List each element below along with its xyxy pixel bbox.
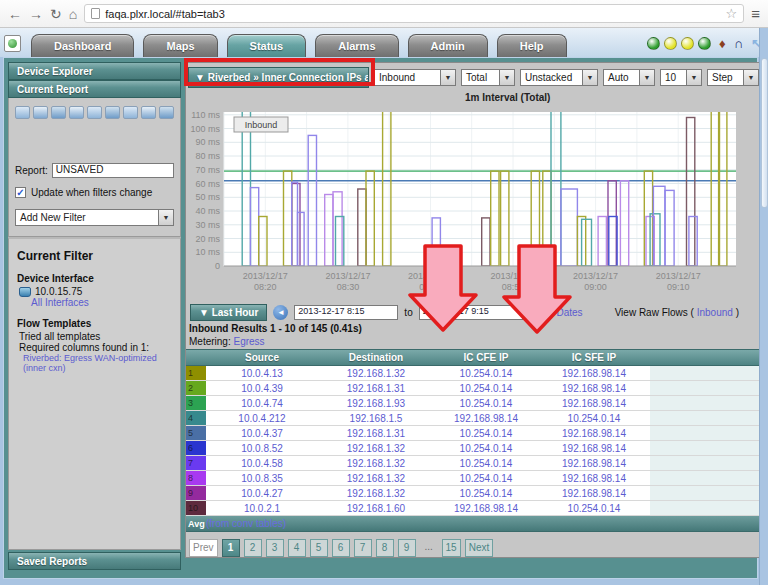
source-link[interactable]: 10.0.8.52 xyxy=(206,443,318,454)
cfe-ip-link[interactable]: 192.168.98.14 xyxy=(434,413,538,424)
page-button-7[interactable]: 7 xyxy=(354,539,372,557)
last-hour-button[interactable]: ▼ Last Hour xyxy=(190,304,267,321)
page-button-15[interactable]: 15 xyxy=(442,539,461,557)
select-dropdown-icon[interactable]: ▼ xyxy=(686,69,702,86)
prev-page-button[interactable]: Prev xyxy=(189,539,218,557)
flame-icon[interactable]: ♦ xyxy=(719,37,726,50)
trash-icon[interactable] xyxy=(105,106,120,119)
sfe-ip-link[interactable]: 192.168.98.14 xyxy=(538,398,650,409)
source-link[interactable]: 10.0.4.212 xyxy=(206,413,318,424)
save-icon[interactable] xyxy=(33,106,48,119)
browser-menu-icon[interactable]: ≡ xyxy=(751,5,760,22)
browser-scrollbar[interactable] xyxy=(759,28,768,585)
url-text[interactable]: faqa.plxr.local/#tab=tab3 xyxy=(105,8,720,20)
schedule-icon[interactable] xyxy=(69,106,84,119)
date-to-input[interactable]: 2013-12-17 9:15 xyxy=(419,305,523,320)
tab-admin[interactable]: Admin xyxy=(408,34,488,57)
header-source[interactable]: Source xyxy=(206,352,318,363)
destination-link[interactable]: 192.168.1.31 xyxy=(318,383,434,394)
time-back-icon[interactable]: ◄ xyxy=(273,305,288,320)
destination-link[interactable]: 192.168.1.32 xyxy=(318,473,434,484)
next-page-button[interactable]: Next xyxy=(465,539,494,557)
sfe-ip-link[interactable]: 192.168.98.14 xyxy=(538,428,650,439)
tab-dashboard[interactable]: Dashboard xyxy=(31,34,134,57)
add-filter-select[interactable]: Add New Filter xyxy=(15,209,158,226)
select-dropdown-icon[interactable]: ▼ xyxy=(440,69,456,86)
status-orb-2[interactable] xyxy=(664,37,677,50)
table-row[interactable]: 610.0.8.52192.168.1.3210.254.0.14192.168… xyxy=(186,441,768,456)
destination-link[interactable]: 192.168.1.5 xyxy=(318,413,434,424)
forward-icon[interactable]: → xyxy=(29,7,43,21)
sfe-ip-link[interactable]: 192.168.98.14 xyxy=(538,458,650,469)
status-orb-4[interactable] xyxy=(698,37,711,50)
select-value-inbound[interactable]: Inbound xyxy=(374,69,440,86)
sidebar-section-saved-reports[interactable]: Saved Reports xyxy=(8,552,181,570)
cfe-ip-link[interactable]: 10.254.0.14 xyxy=(434,368,538,379)
table-row[interactable]: 910.0.4.27192.168.1.3210.254.0.14192.168… xyxy=(186,486,768,501)
sfe-ip-link[interactable]: 192.168.98.14 xyxy=(538,383,650,394)
status-orb-3[interactable] xyxy=(681,37,694,50)
destination-link[interactable]: 192.168.1.32 xyxy=(318,443,434,454)
destination-link[interactable]: 192.168.1.31 xyxy=(318,428,434,439)
filter-icon[interactable] xyxy=(15,106,30,119)
page-button-8[interactable]: 8 xyxy=(376,539,394,557)
sfe-ip-link[interactable]: 10.254.0.14 xyxy=(538,413,650,424)
sfe-ip-link[interactable]: 10.254.0.14 xyxy=(538,503,650,514)
all-interfaces-link[interactable]: All Interfaces xyxy=(31,297,89,308)
update-filters-checkbox[interactable]: ✓ xyxy=(15,187,26,198)
tab-maps[interactable]: Maps xyxy=(143,34,217,57)
view-inbound-link[interactable]: Inbound xyxy=(697,307,733,318)
sidebar-section-current-report[interactable]: Current Report xyxy=(8,80,181,98)
report-name-input[interactable]: UNSAVED xyxy=(52,163,174,178)
cfe-ip-link[interactable]: 10.254.0.14 xyxy=(434,383,538,394)
page-button-5[interactable]: 5 xyxy=(310,539,328,557)
status-orb-1[interactable] xyxy=(647,37,660,50)
tab-alarms[interactable]: Alarms xyxy=(315,34,398,57)
cfe-ip-link[interactable]: 10.254.0.14 xyxy=(434,398,538,409)
date-from-input[interactable]: 2013-12-17 8:15 xyxy=(294,305,398,320)
select-dropdown-icon[interactable]: ▼ xyxy=(499,69,515,86)
cfe-ip-link[interactable]: 10.254.0.14 xyxy=(434,428,538,439)
select-value-unstacked[interactable]: Unstacked xyxy=(520,69,582,86)
add-filter-dropdown-icon[interactable]: ▼ xyxy=(158,209,174,226)
page-button-6[interactable]: 6 xyxy=(332,539,350,557)
select-value-total[interactable]: Total xyxy=(461,69,499,86)
bookmark-star-icon[interactable]: ☆ xyxy=(726,6,738,21)
flow-template-link[interactable]: Riverbed: Egress WAN-optimized (inner cx… xyxy=(23,353,157,373)
page-button-4[interactable]: 4 xyxy=(288,539,306,557)
page-button-1[interactable]: 1 xyxy=(222,539,240,557)
cfe-ip-link[interactable]: 10.254.0.14 xyxy=(434,473,538,484)
address-bar[interactable]: faqa.plxr.local/#tab=tab3 ☆ xyxy=(84,4,744,23)
csv-icon[interactable] xyxy=(123,106,138,119)
page-button-3[interactable]: 3 xyxy=(266,539,284,557)
source-link[interactable]: 10.0.4.37 xyxy=(206,428,318,439)
table-row[interactable]: 510.0.4.37192.168.1.3110.254.0.14192.168… xyxy=(186,426,768,441)
reload-icon[interactable]: ↻ xyxy=(50,7,62,21)
back-icon[interactable]: ← xyxy=(8,7,22,21)
header-rtt[interactable]: RTT ▼ xyxy=(650,352,768,363)
source-link[interactable]: 10.0.4.13 xyxy=(206,368,318,379)
email-icon[interactable] xyxy=(141,106,156,119)
printer-icon[interactable] xyxy=(87,106,102,119)
device-ip[interactable]: 10.0.15.75 xyxy=(35,286,82,297)
select-value-auto[interactable]: Auto xyxy=(603,69,639,86)
select-value-10[interactable]: 10 xyxy=(660,69,686,86)
apply-dates-link[interactable]: Apply Dates xyxy=(529,307,583,318)
source-link[interactable]: 10.0.4.27 xyxy=(206,488,318,499)
header-ic-cfe-ip[interactable]: IC CFE IP xyxy=(434,352,538,363)
table-row[interactable]: 310.0.4.74192.168.1.9310.254.0.14192.168… xyxy=(186,396,768,411)
sfe-ip-link[interactable]: 192.168.98.14 xyxy=(538,488,650,499)
destination-link[interactable]: 192.168.1.32 xyxy=(318,458,434,469)
table-row[interactable]: 810.0.8.35192.168.1.3210.254.0.14192.168… xyxy=(186,471,768,486)
destination-link[interactable]: 192.168.1.93 xyxy=(318,398,434,409)
tab-help[interactable]: Help xyxy=(497,34,567,57)
sfe-ip-link[interactable]: 192.168.98.14 xyxy=(538,368,650,379)
cfe-ip-link[interactable]: 10.254.0.14 xyxy=(434,443,538,454)
source-link[interactable]: 10.0.4.39 xyxy=(206,383,318,394)
table-row[interactable]: 110.0.4.13192.168.1.3210.254.0.14192.168… xyxy=(186,366,768,381)
table-row[interactable]: 210.0.4.39192.168.1.3110.254.0.14192.168… xyxy=(186,381,768,396)
cfe-ip-link[interactable]: 10.254.0.14 xyxy=(434,458,538,469)
source-link[interactable]: 10.0.2.1 xyxy=(206,503,318,514)
select-dropdown-icon[interactable]: ▼ xyxy=(743,69,759,86)
cfe-ip-link[interactable]: 10.254.0.14 xyxy=(434,488,538,499)
